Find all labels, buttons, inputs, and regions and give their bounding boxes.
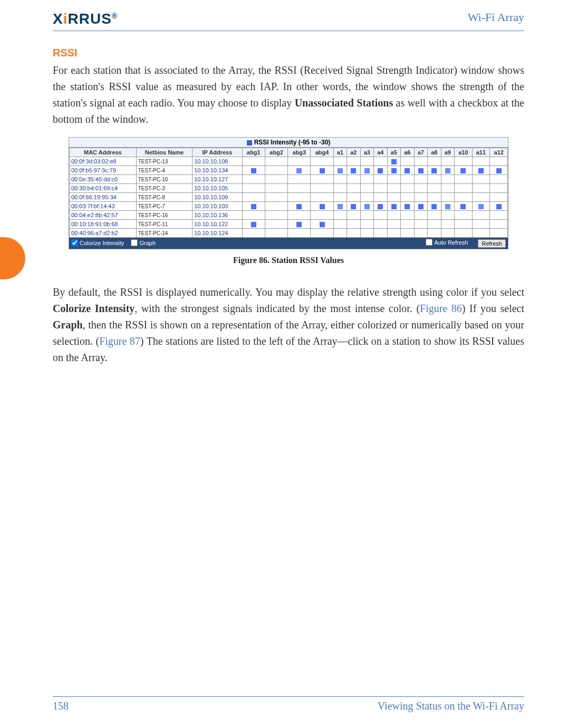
auto-refresh-checkbox[interactable]: Auto Refresh: [426, 239, 468, 246]
intensity-square-icon: [364, 204, 370, 209]
rssi-cell: [311, 184, 333, 193]
rssi-cell: [387, 184, 400, 193]
table-row: 00:0e:35:45:dd:c0TEST-PC-1010.10.10.127: [70, 175, 508, 184]
legend-square-icon: [247, 140, 252, 145]
rssi-cell: [428, 157, 441, 166]
mac-cell: 00:0e:35:45:dd:c0: [70, 175, 137, 184]
rssi-cell: [265, 193, 287, 202]
intensity-square-icon: [251, 204, 256, 209]
intensity-square-icon: [338, 168, 343, 173]
rssi-cell: [401, 157, 414, 166]
rssi-cell: [288, 157, 311, 166]
rssi-cell: [441, 211, 454, 220]
colorize-check-input[interactable]: [71, 239, 78, 246]
ip-cell: 10.10.10.108: [193, 157, 242, 166]
intensity-square-icon: [320, 168, 325, 173]
rssi-cell: [428, 202, 441, 211]
rssi-cell: [414, 202, 427, 211]
graph-check-input[interactable]: [131, 239, 138, 246]
figure87-link[interactable]: Figure 87: [99, 335, 140, 347]
rssi-cell: [428, 229, 441, 238]
intensity-square-icon: [445, 204, 450, 209]
rssi-cell: [311, 220, 333, 229]
col-a9: a9: [441, 148, 454, 157]
netbios-cell: TEST-PC-13: [136, 157, 192, 166]
col-abg3: abg3: [288, 148, 311, 157]
rssi-cell: [441, 175, 454, 184]
table-row: 00:30:b4:01:69:c4TEST-PC-310.10.10.105: [70, 184, 508, 193]
description-paragraph: By default, the RSSI is displayed numeri…: [53, 284, 524, 366]
netbios-cell: TEST-PC-14: [136, 229, 192, 238]
intensity-square-icon: [445, 168, 450, 173]
rssi-cell: [242, 211, 265, 220]
rssi-cell: [414, 175, 427, 184]
netbios-cell: TEST-PC-16: [136, 211, 192, 220]
rssi-cell: [311, 211, 333, 220]
intensity-square-icon: [478, 204, 484, 209]
thumb-tab: [0, 237, 25, 279]
rssi-cell: [441, 220, 454, 229]
rssi-cell: [360, 157, 373, 166]
auto-refresh-check-input[interactable]: [426, 239, 432, 246]
p2-b: , with the strongest signals indicated b…: [134, 303, 420, 314]
rssi-cell: [455, 193, 473, 202]
rssi-cell: [455, 229, 473, 238]
netbios-cell: TEST-PC-8: [136, 193, 192, 202]
intensity-square-icon: [378, 168, 383, 173]
rssi-cell: [387, 175, 400, 184]
rssi-cell: [347, 229, 360, 238]
ip-cell: 10.10.10.105: [193, 184, 242, 193]
page-footer: 158 Viewing Status on the Wi-Fi Array: [53, 696, 524, 712]
rssi-cell: [401, 175, 414, 184]
rssi-cell: [441, 184, 454, 193]
rssi-cell: [347, 193, 360, 202]
rssi-cell: [333, 193, 347, 202]
rssi-cell: [265, 184, 287, 193]
intensity-square-icon: [460, 168, 466, 173]
table-row: 00:10:18:91:0b:68TEST-PC-1110.10.10.122: [70, 220, 508, 229]
rssi-cell: [401, 220, 414, 229]
graph-checkbox[interactable]: Graph: [131, 239, 156, 246]
rssi-cell: [360, 220, 373, 229]
rssi-cell: [401, 193, 414, 202]
rssi-cell: [333, 166, 347, 175]
col-a5: a5: [387, 148, 400, 157]
rssi-cell: [333, 175, 347, 184]
rssi-cell: [455, 166, 473, 175]
rssi-cell: [428, 211, 441, 220]
intensity-square-icon: [460, 204, 466, 209]
rssi-cell: [387, 211, 400, 220]
intensity-square-icon: [405, 168, 410, 173]
rssi-cell: [242, 157, 265, 166]
rssi-cell: [374, 166, 387, 175]
intensity-square-icon: [320, 204, 325, 209]
figure86-link[interactable]: Figure 86: [420, 303, 462, 314]
intensity-square-icon: [478, 168, 484, 173]
intensity-square-icon: [351, 204, 356, 209]
rssi-cell: [333, 229, 347, 238]
intensity-square-icon: [431, 168, 437, 173]
rssi-cell: [472, 211, 490, 220]
rssi-cell: [490, 220, 508, 229]
colorize-checkbox[interactable]: Colorize Intensity: [71, 239, 124, 246]
netbios-cell: TEST-PC-4: [136, 166, 192, 175]
intensity-square-icon: [496, 168, 502, 173]
rssi-cell: [414, 184, 427, 193]
rssi-cell: [374, 220, 387, 229]
col-a2: a2: [347, 148, 360, 157]
col-abg2: abg2: [265, 148, 287, 157]
refresh-button[interactable]: Refresh: [478, 239, 506, 248]
rssi-cell: [455, 211, 473, 220]
rssi-cell: [347, 175, 360, 184]
rssi-cell: [472, 229, 490, 238]
intensity-square-icon: [418, 168, 424, 173]
rssi-cell: [374, 184, 387, 193]
col-netbios-name: Netbios Name: [136, 148, 192, 157]
rssi-cell: [387, 193, 400, 202]
rssi-cell: [311, 193, 333, 202]
rssi-cell: [401, 166, 414, 175]
rssi-cell: [414, 166, 427, 175]
mac-cell: 00:03:7f:bf:14:43: [70, 202, 137, 211]
ip-cell: 10.10.10.109: [193, 193, 242, 202]
ip-cell: 10.10.10.127: [193, 175, 242, 184]
